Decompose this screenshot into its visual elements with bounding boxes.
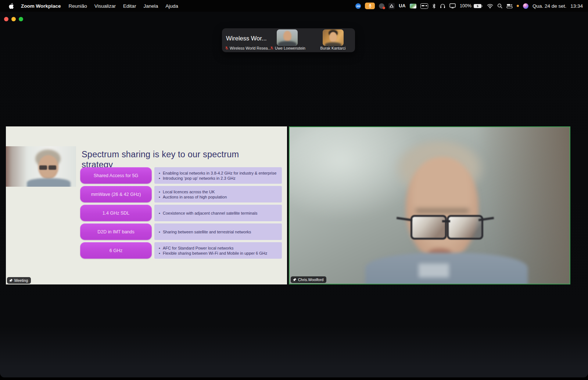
menu-visualizar[interactable]: Visualizar — [91, 3, 119, 9]
triangle-app-icon[interactable] — [388, 3, 395, 9]
muted-mic-icon — [270, 46, 274, 50]
camera-recording-icon[interactable] — [379, 3, 384, 9]
menu-time[interactable]: 13:34 — [570, 3, 583, 9]
slide-row-label: mmWave (26 & 42 GHz) — [80, 186, 152, 202]
slide-bullet: Sharing between satellite and terrestria… — [159, 229, 251, 234]
glasses-right-lens — [447, 215, 483, 240]
slide-row-label: Shared Access for 5G — [80, 167, 152, 184]
slide-row: Shared Access for 5G Enabling local netw… — [80, 167, 282, 184]
zoom-status-icon[interactable]: zm — [355, 3, 361, 9]
participants-strip[interactable]: Wireless Wor... Wireless World Resea... … — [222, 28, 355, 52]
speaker-tile-pin-label: Chris.Woolford — [291, 276, 326, 283]
menu-janela[interactable]: Janela — [140, 3, 162, 9]
active-speaker-tile[interactable]: Chris.Woolford — [289, 126, 570, 284]
slide-bullet: Flexible sharing between Wi-Fi and Mobil… — [159, 251, 267, 256]
menu-editar[interactable]: Editar — [119, 3, 140, 9]
slide-bullet: Introducing ‘pop up’ networks in 2.3 GHz — [159, 176, 276, 181]
bluetooth-icon[interactable] — [432, 3, 436, 9]
wifi-icon[interactable] — [487, 4, 493, 8]
menu-ajuda[interactable]: Ajuda — [162, 3, 182, 9]
minimize-button[interactable] — [11, 17, 16, 21]
input-source-indicator[interactable]: UA — [399, 3, 406, 8]
menu-date[interactable]: Qua. 24 de set. — [533, 3, 566, 9]
meeting-title: Wireless Wor... — [226, 35, 267, 42]
slide-row-label: 1.4 GHz SDL — [80, 205, 152, 221]
slide-row-label: 6 GHz — [80, 242, 152, 259]
participant-thumbnail-burak[interactable] — [323, 29, 344, 46]
participant-label-uwe: Uwe Loewenstein — [265, 46, 310, 50]
slide-row: 1.4 GHz SDL Coexistence with adjacent ch… — [80, 205, 282, 221]
keyboard-icon[interactable] — [420, 3, 428, 9]
fullscreen-button[interactable] — [19, 17, 23, 21]
menu-app-name[interactable]: Zoom Workplace — [17, 3, 65, 9]
display-icon[interactable] — [449, 3, 456, 8]
pin-icon — [9, 279, 13, 282]
slide-row: D2D in IMT bands Sharing between satelli… — [80, 223, 282, 240]
status-orange-dot — [517, 5, 519, 7]
menu-reuniao[interactable]: Reunião — [65, 3, 91, 9]
participant-label-burak: Burak Kantarci — [311, 46, 355, 50]
menu-extras-icon[interactable] — [506, 4, 513, 8]
slide-bullet: Local licences across the UK — [159, 189, 227, 194]
participant-label-room: Wireless World Resea... — [225, 46, 271, 50]
slide-bullet: Coexistence with adjacent channel satell… — [159, 211, 257, 216]
slide-rows: Shared Access for 5G Enabling local netw… — [80, 167, 282, 259]
slide-title: Spectrum sharing is key to our spectrum … — [82, 149, 258, 170]
wallpaper-image-icon[interactable] — [410, 4, 416, 8]
slide-row: mmWave (26 & 42 GHz) Local licences acro… — [80, 186, 282, 202]
battery-percent-label: 100% — [460, 3, 472, 8]
participant-thumbnail-uwe[interactable] — [277, 29, 298, 46]
window-controls — [4, 17, 23, 21]
slide-row-label: D2D in IMT bands — [80, 223, 152, 240]
battery-indicator[interactable]: 100% — [460, 3, 483, 8]
mic-in-use-icon[interactable] — [365, 3, 375, 9]
apple-menu-icon[interactable] — [6, 3, 17, 9]
headphones-icon[interactable] — [440, 3, 445, 8]
close-button[interactable] — [4, 17, 8, 21]
slide-bullet: Enabling local networks in 3.8-4.2 GHz f… — [159, 171, 276, 176]
slide-row: 6 GHz AFC for Standard Power local netwo… — [80, 242, 282, 259]
slide-bullet: AFC for Standard Power local networks — [159, 245, 267, 251]
pin-icon — [293, 278, 297, 282]
siri-orb-icon[interactable] — [523, 3, 528, 9]
macos-menu-bar: Zoom Workplace Reunião Visualizar Editar… — [0, 0, 588, 12]
glasses-left-lens — [410, 215, 447, 240]
muted-mic-icon — [225, 46, 229, 50]
slide-bullet: Auctions in areas of high population — [159, 194, 227, 200]
spotlight-search-icon[interactable] — [497, 3, 502, 8]
share-tile-pin-label: Meeting — [7, 277, 31, 284]
screen-share-tile[interactable]: Spectrum sharing is key to our spectrum … — [6, 126, 287, 284]
presenter-self-video — [6, 146, 76, 187]
